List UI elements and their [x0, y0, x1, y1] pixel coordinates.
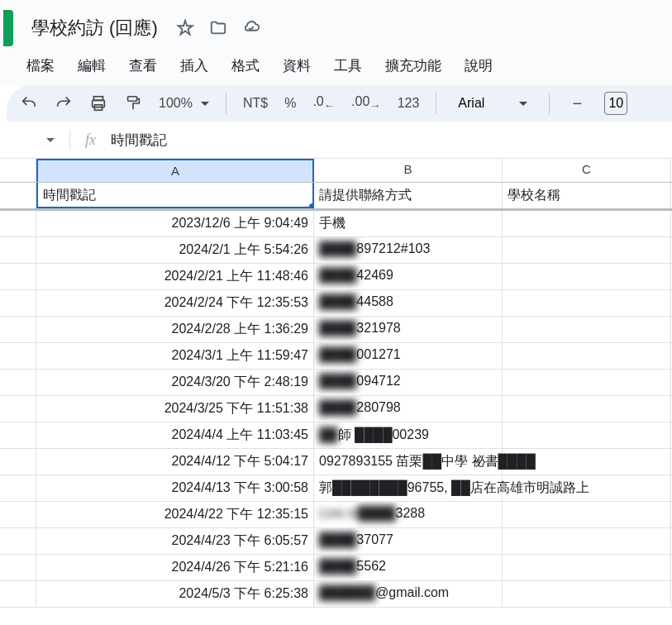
- row-number[interactable]: [0, 237, 36, 263]
- cell[interactable]: [503, 264, 671, 289]
- star-icon[interactable]: [176, 19, 194, 37]
- row-number[interactable]: [0, 264, 36, 289]
- cell[interactable]: 2024/4/22 下午 12:35:15: [36, 502, 314, 527]
- cell[interactable]: 請提供聯絡方式: [314, 183, 503, 208]
- cell[interactable]: 2024/3/20 下午 2:48:19: [36, 370, 314, 395]
- column-header-c[interactable]: C: [503, 159, 671, 182]
- menu-file[interactable]: 檔案: [26, 56, 55, 75]
- increase-decimal-button[interactable]: .00→: [351, 94, 381, 112]
- cell[interactable]: ████321978: [314, 317, 503, 342]
- row-number[interactable]: [0, 183, 36, 208]
- cell[interactable]: [503, 449, 671, 475]
- menu-edit[interactable]: 編輯: [78, 56, 106, 75]
- cell[interactable]: ████094712: [314, 370, 503, 395]
- cell[interactable]: ████37077: [314, 528, 503, 554]
- font-select[interactable]: Arial: [453, 96, 532, 111]
- table-row: 2024/4/4 上午 11:03:45██師 ████00239: [0, 422, 672, 449]
- row-number[interactable]: [0, 581, 36, 607]
- cell[interactable]: 2024/2/24 下午 12:35:53: [36, 290, 314, 316]
- menu-data[interactable]: 資料: [283, 56, 311, 75]
- menu-insert[interactable]: 插入: [180, 56, 208, 75]
- zoom-select[interactable]: 100%: [159, 96, 209, 111]
- cell[interactable]: ████280798: [314, 396, 503, 422]
- decrease-decimal-button[interactable]: .0←: [312, 94, 335, 112]
- row-number[interactable]: [0, 475, 36, 501]
- cell[interactable]: ██████@gmail.com: [314, 581, 503, 607]
- cell[interactable]: 2024/3/1 上午 11:59:47: [36, 343, 314, 369]
- cell[interactable]: 2024/4/23 下午 6:05:57: [36, 528, 314, 554]
- cell[interactable]: 0927893155 苗栗██中學 祕書████: [314, 449, 503, 475]
- cell[interactable]: [503, 422, 671, 448]
- cell[interactable]: [503, 290, 671, 316]
- redo-icon[interactable]: [55, 94, 73, 112]
- cell[interactable]: [503, 475, 671, 501]
- row-number[interactable]: [0, 528, 36, 554]
- row-number[interactable]: [0, 449, 36, 475]
- row-number[interactable]: [0, 211, 36, 236]
- cell[interactable]: 2024/4/12 下午 5:04:17: [36, 449, 314, 475]
- cell[interactable]: 2024/2/1 上午 5:54:26: [36, 237, 314, 263]
- cell[interactable]: 2024/5/3 下午 6:25:38: [36, 581, 314, 607]
- cell[interactable]: 2023/12/6 上午 9:04:49: [36, 211, 314, 236]
- cell[interactable]: [503, 237, 671, 263]
- row-number[interactable]: [0, 422, 36, 448]
- row-number[interactable]: [0, 555, 36, 580]
- row-number[interactable]: [0, 317, 36, 342]
- cell[interactable]: ████5562: [314, 555, 503, 580]
- cell[interactable]: [503, 317, 671, 342]
- table-row: 2024/3/20 下午 2:48:19████094712: [0, 370, 672, 396]
- paint-format-icon[interactable]: [124, 94, 142, 112]
- row-number[interactable]: [0, 343, 36, 369]
- fontsize-input[interactable]: 10: [604, 92, 627, 115]
- cell[interactable]: [503, 528, 671, 554]
- cell[interactable]: [503, 211, 671, 236]
- doc-title[interactable]: 學校約訪 (回應): [25, 16, 158, 41]
- row-number[interactable]: [0, 396, 36, 422]
- print-icon[interactable]: [89, 94, 107, 112]
- folder-icon[interactable]: [209, 19, 227, 37]
- cell[interactable]: [503, 581, 671, 607]
- cloud-check-icon[interactable]: [242, 19, 260, 37]
- undo-icon[interactable]: [20, 94, 38, 112]
- cell[interactable]: ████44588: [314, 290, 503, 316]
- cell[interactable]: 郭████████96755, ██店在高雄市明誠路上: [314, 475, 503, 501]
- formula-bar[interactable]: 時間戳記: [111, 131, 167, 150]
- cell[interactable]: 2024/2/21 上午 11:48:46: [36, 264, 314, 289]
- cell[interactable]: ████42469: [314, 264, 503, 289]
- cell[interactable]: ████897212#103: [314, 237, 503, 263]
- row-number[interactable]: [0, 502, 36, 527]
- table-row: 2024/4/22 下午 12:35:15Line id████3288: [0, 502, 672, 528]
- cell[interactable]: ██師 ████00239: [314, 422, 503, 448]
- row-number[interactable]: [0, 370, 36, 395]
- cell[interactable]: 2024/3/25 下午 11:51:38: [36, 396, 314, 422]
- cell[interactable]: 2024/2/28 上午 1:36:29: [36, 317, 314, 342]
- row-number[interactable]: [0, 290, 36, 316]
- cell[interactable]: Line id████3288: [314, 502, 503, 527]
- menu-help[interactable]: 說明: [465, 56, 493, 75]
- currency-button[interactable]: NT$: [243, 96, 268, 111]
- cell[interactable]: 2024/4/4 上午 11:03:45: [36, 422, 314, 448]
- menu-format[interactable]: 格式: [231, 56, 260, 75]
- cell[interactable]: 手機: [314, 211, 503, 236]
- name-box-dropdown[interactable]: [46, 138, 55, 142]
- column-header-b[interactable]: B: [314, 159, 503, 182]
- percent-button[interactable]: %: [284, 96, 296, 111]
- cell[interactable]: 學校名稱: [503, 183, 671, 208]
- cell[interactable]: [503, 343, 671, 369]
- cell[interactable]: [503, 502, 671, 527]
- select-all-corner[interactable]: [0, 159, 36, 182]
- cell[interactable]: [503, 555, 671, 580]
- menu-extensions[interactable]: 擴充功能: [385, 56, 441, 75]
- decrease-fontsize-button[interactable]: −: [566, 93, 588, 114]
- cell[interactable]: 2024/4/13 下午 3:00:58: [36, 475, 314, 501]
- cell[interactable]: [503, 370, 671, 395]
- selection-handle[interactable]: [309, 203, 314, 208]
- column-header-a[interactable]: A: [36, 159, 314, 182]
- number-format-button[interactable]: 123: [398, 96, 420, 111]
- cell[interactable]: ████001271: [314, 343, 503, 369]
- menu-tools[interactable]: 工具: [334, 56, 362, 75]
- cell[interactable]: 2024/4/26 下午 5:21:16: [36, 555, 314, 580]
- menu-view[interactable]: 查看: [129, 56, 157, 75]
- selected-cell[interactable]: 時間戳記: [36, 183, 314, 208]
- cell[interactable]: [503, 396, 671, 422]
